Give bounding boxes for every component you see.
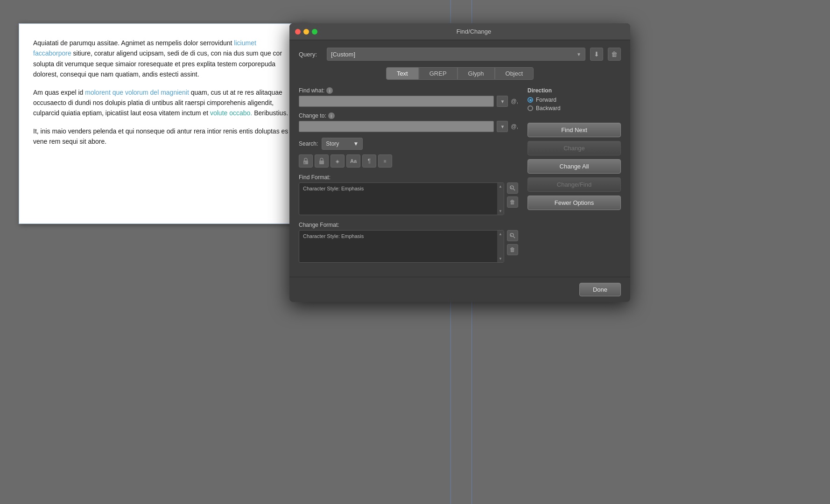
search-select[interactable]: Story ▼ [322, 138, 363, 150]
regex-icon: ◈ [336, 159, 339, 164]
aa-icon: Aa [350, 158, 357, 164]
change-format-scroll-up[interactable]: ▲ [499, 232, 502, 236]
traffic-lights [295, 29, 317, 35]
paragraph-1: Aquiatati de parumqu assitae. Agnimet as… [33, 38, 294, 80]
svg-rect-2 [319, 161, 324, 164]
svg-text:A: A [511, 234, 512, 237]
paragraph-icon: ¶ [368, 158, 371, 164]
done-button[interactable]: Done [579, 283, 621, 296]
toolbar-icon-lock-case[interactable]: A [299, 154, 313, 168]
change-format-label: Change Format: [299, 222, 518, 228]
find-what-input-row: ▼ @, [299, 96, 518, 107]
change-format-scroll-down[interactable]: ▼ [499, 257, 502, 261]
find-what-arrow[interactable]: ▼ [497, 96, 508, 107]
radio-forward-circle[interactable] [528, 97, 533, 103]
find-what-input[interactable] [299, 96, 494, 107]
find-format-label: Find Format: [299, 174, 518, 181]
title-bar: Find/Change [289, 23, 630, 40]
query-select[interactable]: [Custom] ▼ [327, 48, 585, 61]
tabs-row: Text GREP Glyph Object [299, 67, 621, 80]
change-format-content: Character Style: Emphasis [303, 233, 364, 239]
close-button[interactable] [295, 29, 301, 35]
document-page: Aquiatati de parumqu assitae. Agnimet as… [19, 23, 308, 224]
change-format-box-row: Character Style: Emphasis ▲ ▼ [299, 230, 518, 263]
tab-glyph[interactable]: Glyph [457, 67, 495, 80]
toolbar-icon-list[interactable]: ≡ [378, 154, 392, 168]
find-change-dialog: Find/Change Query: [Custom] ▼ ⬇ 🗑 Te [289, 23, 630, 302]
find-what-info-icon: i [326, 87, 333, 94]
direction-section: Direction Forward Backward [528, 87, 621, 113]
toolbar-icon-lock-word[interactable] [315, 154, 329, 168]
query-dropdown-arrow: ▼ [577, 52, 581, 57]
find-format-box: Character Style: Emphasis ▲ ▼ [299, 182, 504, 215]
change-format-box: Character Style: Emphasis ▲ ▼ [299, 230, 504, 263]
search-dropdown-arrow: ▼ [353, 140, 359, 147]
link-liciumet: liciumet faccaborpore [33, 39, 256, 57]
find-what-group: Find what: i ▼ @, [299, 87, 518, 107]
find-format-delete-icon[interactable]: 🗑 [507, 196, 518, 208]
delete-query-button[interactable]: 🗑 [608, 48, 621, 61]
screen: Aquiatati de parumqu assitae. Agnimet as… [0, 0, 830, 504]
direction-title: Direction [528, 87, 621, 94]
dialog-body: Query: [Custom] ▼ ⬇ 🗑 Text GREP Glyph Ob… [289, 40, 630, 277]
find-what-at[interactable]: @, [511, 98, 518, 105]
svg-text:A: A [511, 187, 512, 189]
change-to-input-row: ▼ @, [299, 121, 518, 132]
link-volute: volute occabo. [210, 109, 252, 117]
form-content: Find what: i ▼ @, Change to: [299, 87, 621, 269]
radio-forward-label: Forward [536, 97, 556, 103]
dialog-footer: Done [289, 277, 630, 302]
query-label: Query: [299, 51, 322, 58]
change-to-at[interactable]: @, [511, 123, 518, 130]
icon-toolbar: A ◈ Aa [299, 154, 518, 168]
change-button[interactable]: Change [528, 141, 621, 155]
fewer-options-button[interactable]: Fewer Options [528, 196, 621, 210]
minimize-button[interactable] [303, 29, 309, 35]
radio-backward-circle[interactable] [528, 105, 533, 111]
find-next-button[interactable]: Find Next [528, 123, 621, 137]
paragraph-2: Am quas expel id molorent que volorum de… [33, 87, 294, 119]
find-format-box-row: Character Style: Emphasis ▲ ▼ [299, 182, 518, 215]
tab-grep[interactable]: GREP [419, 67, 457, 80]
tab-object[interactable]: Object [495, 67, 534, 80]
change-find-button[interactable]: Change/Find [528, 177, 621, 192]
query-row: Query: [Custom] ▼ ⬇ 🗑 [299, 48, 621, 61]
find-format-search-icon[interactable]: A [507, 182, 518, 194]
change-format-search-icon[interactable]: A [507, 230, 518, 241]
radio-forward[interactable]: Forward [528, 97, 621, 103]
save-query-button[interactable]: ⬇ [590, 48, 603, 61]
action-buttons: Find Next Change Change All Change/Find … [528, 123, 621, 210]
search-value: Story [326, 140, 339, 147]
list-icon: ≡ [384, 159, 387, 164]
delete-icon: 🗑 [611, 50, 618, 58]
find-format-scroll-down[interactable]: ▼ [499, 209, 502, 213]
find-what-label: Find what: i [299, 87, 518, 94]
toolbar-icon-paragraph[interactable]: ¶ [362, 154, 376, 168]
find-format-icons: A 🗑 [507, 182, 518, 208]
toolbar-icon-regex[interactable]: ◈ [331, 154, 345, 168]
find-format-trash-icon: 🗑 [510, 199, 515, 205]
query-value: [Custom] [331, 51, 355, 58]
form-left: Find what: i ▼ @, Change to: [299, 87, 518, 269]
maximize-button[interactable] [312, 29, 317, 35]
change-to-label: Change to: i [299, 112, 518, 119]
change-format-scroll[interactable]: ▲ ▼ [497, 231, 504, 262]
toolbar-icon-aa[interactable]: Aa [346, 154, 360, 168]
radio-backward-label: Backward [536, 105, 561, 112]
tab-text[interactable]: Text [386, 67, 419, 80]
find-format-content: Character Style: Emphasis [303, 186, 364, 191]
find-format-scroll-up[interactable]: ▲ [499, 184, 502, 189]
save-icon: ⬇ [594, 50, 599, 58]
change-to-info-icon: i [328, 112, 335, 119]
change-format-section: Change Format: Character Style: Emphasis… [299, 222, 518, 263]
change-format-delete-icon[interactable]: 🗑 [507, 244, 518, 255]
change-to-arrow[interactable]: ▼ [497, 121, 508, 132]
change-format-trash-icon: 🗑 [510, 246, 515, 253]
change-all-button[interactable]: Change All [528, 159, 621, 174]
change-to-input[interactable] [299, 121, 494, 132]
change-to-group: Change to: i ▼ @, [299, 112, 518, 132]
find-format-scroll[interactable]: ▲ ▼ [497, 183, 504, 215]
radio-backward[interactable]: Backward [528, 105, 621, 112]
link-molorent: molorent que volorum del magnienit [85, 89, 189, 96]
search-label: Search: [299, 140, 318, 147]
